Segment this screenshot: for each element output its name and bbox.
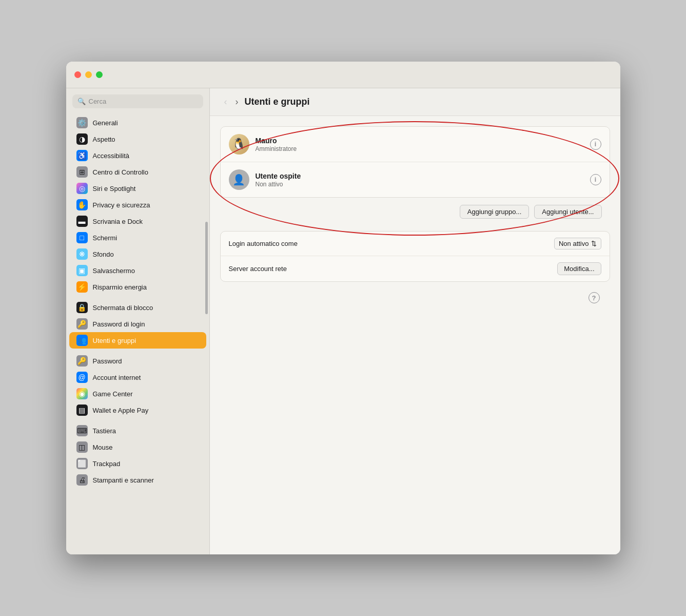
sidebar-item-centro-controllo[interactable]: ⊞Centro di Controllo	[69, 164, 206, 180]
stampanti-scanner-icon: 🖨	[76, 474, 88, 486]
tastiera-icon: ⌨	[76, 425, 88, 436]
forward-button[interactable]: ›	[233, 95, 241, 108]
wallet-applepay-icon: ▤	[76, 405, 88, 416]
sidebar-item-password[interactable]: 🔑Password	[69, 353, 206, 369]
centro-controllo-icon: ⊞	[76, 166, 88, 178]
salvaschermo-label: Salvaschermo	[93, 267, 135, 275]
utenti-gruppi-icon: 👥	[76, 335, 88, 346]
schermi-icon: □	[76, 232, 88, 243]
aspetto-icon: ◑	[76, 133, 88, 145]
sidebar-item-siri-spotlight[interactable]: ◎Siri e Spotlight	[69, 180, 206, 197]
sidebar-item-tastiera[interactable]: ⌨Tastiera	[69, 422, 206, 439]
sidebar-item-sfondo[interactable]: ❋Sfondo	[69, 246, 206, 262]
sidebar-item-wallet-applepay[interactable]: ▤Wallet e Apple Pay	[69, 402, 206, 418]
privacy-sicurezza-label: Privacy e sicurezza	[93, 201, 150, 209]
modifica-button[interactable]: Modifica...	[557, 262, 601, 275]
login-label: Login automatico come	[229, 240, 554, 247]
info-button-guest[interactable]: i	[590, 174, 601, 185]
sidebar-item-schermata-blocco[interactable]: 🔒Schermata di blocco	[69, 299, 206, 316]
minimize-button[interactable]	[85, 71, 92, 78]
help-area: ?	[210, 282, 620, 314]
password-login-icon: 🔑	[76, 318, 88, 330]
user-row-mauro[interactable]: 🐧 Mauro Amministratore i	[221, 127, 610, 162]
siri-spotlight-label: Siri e Spotlight	[93, 185, 136, 192]
back-button[interactable]: ‹	[222, 95, 229, 108]
mouse-icon: ◫	[76, 441, 88, 453]
aspetto-label: Aspetto	[93, 136, 115, 143]
sidebar-item-accessibilita[interactable]: ♿Accessibilità	[69, 147, 206, 164]
accessibilita-label: Accessibilità	[93, 152, 130, 160]
sidebar-item-privacy-sicurezza[interactable]: ✋Privacy e sicurezza	[69, 197, 206, 213]
sidebar-item-password-login[interactable]: 🔑Password di login	[69, 316, 206, 332]
sfondo-icon: ❋	[76, 248, 88, 260]
search-bar[interactable]: 🔍 Cerca	[72, 94, 203, 108]
sidebar-item-aspetto[interactable]: ◑Aspetto	[69, 131, 206, 147]
search-placeholder: Cerca	[89, 98, 107, 105]
salvaschermo-icon: ▣	[76, 265, 88, 276]
scrivania-dock-icon: ▬	[76, 216, 88, 227]
content-header: ‹ › Utenti e gruppi	[210, 88, 620, 116]
game-center-label: Game Center	[93, 390, 133, 398]
user-role-mauro: Amministratore	[256, 145, 584, 152]
settings-row-login: Login automatico come Non attivo ⇅	[221, 232, 610, 256]
user-row-guest[interactable]: 👤 Utente ospite Non attivo i	[221, 162, 610, 197]
wallet-applepay-label: Wallet e Apple Pay	[93, 407, 149, 414]
utenti-gruppi-label: Utenti e gruppi	[93, 337, 136, 344]
account-internet-label: Account internet	[93, 374, 141, 381]
account-internet-icon: @	[76, 372, 88, 383]
sidebar: 🔍 Cerca ⚙️Generali◑Aspetto♿Accessibilità…	[66, 88, 210, 554]
scrivania-dock-label: Scrivania e Dock	[93, 218, 143, 225]
search-icon: 🔍	[77, 98, 86, 105]
info-button-mauro[interactable]: i	[590, 139, 601, 150]
login-automatico-select[interactable]: Non attivo ⇅	[554, 238, 601, 249]
privacy-sicurezza-icon: ✋	[76, 199, 88, 210]
sidebar-item-generali[interactable]: ⚙️Generali	[69, 114, 206, 131]
user-role-guest: Non attivo	[256, 181, 584, 188]
login-automatico-value: Non attivo	[559, 240, 589, 247]
settings-section: Login automatico come Non attivo ⇅ Serve…	[220, 231, 610, 282]
scrollbar-track[interactable]	[205, 119, 208, 549]
mouse-label: Mouse	[93, 444, 113, 451]
page-title: Utenti e gruppi	[245, 97, 310, 107]
sidebar-item-utenti-gruppi[interactable]: 👥Utenti e gruppi	[69, 332, 206, 349]
sidebar-item-scrivania-dock[interactable]: ▬Scrivania e Dock	[69, 213, 206, 229]
add-user-button[interactable]: Aggiungi utente...	[534, 205, 601, 219]
sidebar-item-trackpad[interactable]: ⬜Trackpad	[69, 455, 206, 472]
game-center-icon: ◉	[76, 388, 88, 399]
settings-row-server: Server account rete Modifica...	[221, 256, 610, 281]
sidebar-item-salvaschermo[interactable]: ▣Salvaschermo	[69, 262, 206, 279]
sidebar-item-mouse[interactable]: ◫Mouse	[69, 439, 206, 455]
centro-controllo-label: Centro di Controllo	[93, 168, 148, 176]
help-button[interactable]: ?	[589, 292, 600, 303]
password-login-label: Password di login	[93, 320, 145, 328]
traffic-lights	[74, 71, 103, 78]
titlebar	[66, 62, 620, 88]
sfondo-label: Sfondo	[93, 251, 114, 258]
risparmio-energia-icon: ⚡	[76, 281, 88, 293]
close-button[interactable]	[74, 71, 81, 78]
user-name-guest: Utente ospite	[256, 172, 584, 180]
schermata-blocco-label: Schermata di blocco	[93, 304, 153, 312]
add-group-button[interactable]: Aggiungi gruppo...	[460, 205, 530, 219]
generali-label: Generali	[93, 119, 118, 127]
sidebar-item-stampanti-scanner[interactable]: 🖨Stampanti e scanner	[69, 472, 206, 488]
maximize-button[interactable]	[96, 71, 103, 78]
tastiera-label: Tastiera	[93, 427, 116, 435]
server-label: Server account rete	[229, 265, 558, 273]
sidebar-item-risparmio-energia[interactable]: ⚡Risparmio energia	[69, 279, 206, 295]
trackpad-icon: ⬜	[76, 458, 88, 469]
sidebar-item-account-internet[interactable]: @Account internet	[69, 369, 206, 386]
sidebar-item-game-center[interactable]: ◉Game Center	[69, 386, 206, 402]
password-label: Password	[93, 357, 122, 365]
content-area: ‹ › Utenti e gruppi 🐧 Mauro Amministrato…	[210, 88, 620, 554]
user-name-mauro: Mauro	[256, 137, 584, 145]
schermata-blocco-icon: 🔒	[76, 302, 88, 313]
main-window: 🔍 Cerca ⚙️Generali◑Aspetto♿Accessibilità…	[66, 62, 620, 554]
scrollbar-thumb[interactable]	[205, 222, 208, 314]
user-info-mauro: Mauro Amministratore	[256, 137, 584, 152]
accessibilita-icon: ♿	[76, 150, 88, 161]
sidebar-item-schermi[interactable]: □Schermi	[69, 229, 206, 246]
risparmio-energia-label: Risparmio energia	[93, 283, 147, 291]
password-icon: 🔑	[76, 355, 88, 367]
stampanti-scanner-label: Stampanti e scanner	[93, 476, 154, 484]
